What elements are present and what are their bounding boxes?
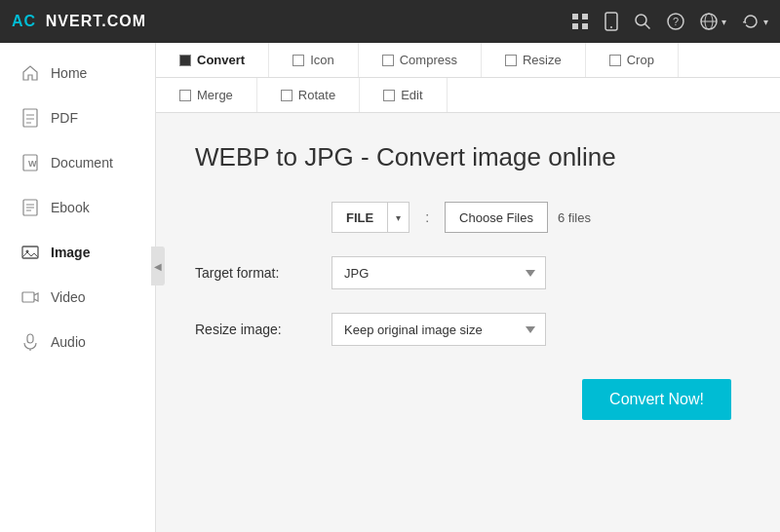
svg-point-5: [610, 26, 612, 28]
target-format-select[interactable]: JPG PNG WEBP GIF BMP TIFF: [332, 256, 546, 289]
sidebar-label-audio: Audio: [51, 334, 86, 350]
tab-resize-label: Resize: [523, 53, 562, 67]
tab-merge-label: Merge: [197, 88, 233, 102]
grid-icon[interactable]: [571, 13, 589, 30]
target-format-control: JPG PNG WEBP GIF BMP TIFF: [332, 256, 546, 289]
refresh-icon[interactable]: ▾: [742, 13, 768, 30]
nav-tabs-row-1: Convert Icon Compress Resize Crop: [156, 43, 780, 78]
page-title: WEBP to JPG - Convert image online: [195, 142, 741, 172]
image-icon: [20, 242, 41, 263]
sidebar-item-pdf[interactable]: PDF: [0, 95, 155, 140]
svg-rect-13: [23, 109, 37, 127]
svg-text:?: ?: [673, 16, 679, 27]
file-row: FILE ▾ : Choose Files 6 files: [195, 202, 741, 233]
sidebar-item-audio[interactable]: Audio: [0, 320, 155, 364]
tab-rotate[interactable]: Rotate: [257, 78, 360, 112]
nav-tabs-row-2: Merge Rotate Edit: [156, 78, 780, 112]
sidebar-item-document[interactable]: W Document: [0, 140, 155, 185]
tab-compress-label: Compress: [400, 53, 457, 67]
tab-edit-label: Edit: [401, 88, 422, 102]
svg-rect-1: [582, 14, 588, 19]
tab-resize[interactable]: Resize: [482, 43, 586, 77]
svg-rect-25: [22, 292, 34, 302]
svg-line-7: [645, 24, 650, 29]
logo-accent: AC: [12, 13, 36, 29]
header: AC NVERT.COM ? ▾ ▾: [0, 0, 780, 43]
file-main-button[interactable]: FILE: [332, 202, 387, 233]
convert-now-button[interactable]: Convert Now!: [582, 379, 731, 420]
sidebar-label-pdf: PDF: [51, 110, 78, 126]
resize-image-control: Keep original image size Custom size Per…: [332, 313, 546, 346]
tab-convert-label: Convert: [197, 53, 245, 67]
file-colon: :: [425, 209, 429, 225]
ebook-icon: [20, 197, 41, 218]
tab-convert-checkbox: [179, 55, 191, 66]
tab-resize-checkbox: [505, 55, 517, 66]
tab-rotate-label: Rotate: [298, 88, 335, 102]
tab-icon[interactable]: Icon: [269, 43, 359, 77]
tab-merge-checkbox: [179, 90, 191, 101]
svg-rect-0: [572, 14, 578, 19]
tab-compress-checkbox: [382, 55, 394, 66]
document-icon: W: [20, 152, 41, 173]
sidebar-label-video: Video: [51, 289, 86, 305]
target-format-label: Target format:: [195, 265, 332, 281]
globe-arrow: ▾: [722, 17, 726, 27]
resize-image-label: Resize image:: [195, 322, 332, 337]
sidebar-collapse-button[interactable]: ◀: [151, 247, 165, 285]
pdf-icon: [20, 107, 41, 129]
convert-btn-row: Convert Now!: [195, 369, 741, 420]
tab-crop-checkbox: [609, 55, 621, 66]
sidebar-label-image: Image: [51, 245, 90, 260]
svg-rect-23: [22, 247, 38, 258]
svg-rect-3: [582, 23, 588, 29]
audio-icon: [20, 331, 41, 353]
search-icon[interactable]: [634, 13, 651, 30]
file-control: FILE ▾ : Choose Files 6 files: [332, 202, 591, 233]
choose-files-button[interactable]: Choose Files: [445, 202, 548, 233]
svg-rect-2: [572, 23, 578, 29]
tab-crop-label: Crop: [627, 53, 654, 67]
sidebar-item-home[interactable]: Home: [0, 51, 155, 95]
svg-text:W: W: [28, 159, 37, 169]
target-format-row: Target format: JPG PNG WEBP GIF BMP TIFF: [195, 256, 741, 289]
globe-icon[interactable]: ▾: [700, 13, 726, 30]
body-wrap: Home PDF W Document Ebook Image: [0, 43, 780, 532]
mobile-icon[interactable]: [604, 12, 618, 31]
file-button-group: FILE ▾: [332, 202, 410, 233]
nav-tabs: Convert Icon Compress Resize Crop: [156, 43, 780, 113]
sidebar-item-ebook[interactable]: Ebook: [0, 185, 155, 230]
sidebar-item-video[interactable]: Video: [0, 275, 155, 320]
file-dropdown-button[interactable]: ▾: [387, 202, 410, 233]
resize-image-row: Resize image: Keep original image size C…: [195, 313, 741, 346]
logo: AC NVERT.COM: [12, 13, 146, 30]
help-icon[interactable]: ?: [667, 13, 684, 30]
tab-merge[interactable]: Merge: [156, 78, 257, 112]
sidebar-label-home: Home: [51, 65, 87, 81]
tab-edit[interactable]: Edit: [360, 78, 447, 112]
tab-compress[interactable]: Compress: [359, 43, 482, 77]
tab-crop[interactable]: Crop: [586, 43, 679, 77]
video-icon: [20, 286, 41, 308]
sidebar: Home PDF W Document Ebook Image: [0, 43, 156, 532]
logo-text: NVERT.COM: [42, 13, 146, 29]
sidebar-label-document: Document: [51, 155, 113, 171]
sidebar-label-ebook: Ebook: [51, 200, 90, 215]
tab-icon-label: Icon: [310, 53, 334, 67]
svg-rect-26: [27, 334, 33, 343]
header-icons: ? ▾ ▾: [571, 12, 768, 31]
tab-convert[interactable]: Convert: [156, 43, 269, 77]
main-area: Convert Icon Compress Resize Crop: [156, 43, 780, 532]
tab-edit-checkbox: [383, 90, 395, 101]
resize-image-select[interactable]: Keep original image size Custom size Per…: [332, 313, 546, 346]
content-area: WEBP to JPG - Convert image online FILE …: [156, 113, 780, 532]
tab-rotate-checkbox: [281, 90, 292, 101]
sidebar-item-image[interactable]: Image: [0, 230, 155, 275]
refresh-arrow: ▾: [763, 17, 768, 27]
tab-icon-checkbox: [292, 55, 304, 66]
files-count: 6 files: [558, 210, 591, 225]
home-icon: [20, 62, 41, 84]
svg-point-6: [636, 15, 646, 25]
